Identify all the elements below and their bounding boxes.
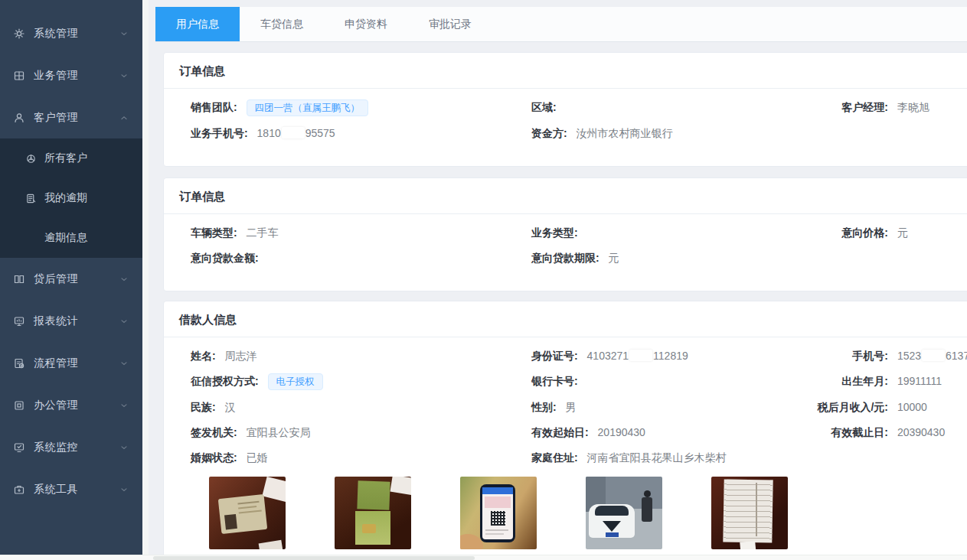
user-icon bbox=[13, 112, 25, 124]
sidebar-item-all-customers[interactable]: 所有客户 bbox=[0, 138, 142, 178]
field-bank-card: 银行卡号: bbox=[531, 369, 815, 395]
sidebar-item-system-tools[interactable]: 系统工具 bbox=[0, 468, 142, 510]
field-intended-price: 意向价格: 元 bbox=[815, 220, 967, 246]
field-account-manager: 客户经理: 李晓旭 bbox=[815, 95, 967, 121]
id-card-photo[interactable]: 个人照 bbox=[209, 477, 286, 555]
field-mobile: 手机号: 15236137 bbox=[815, 343, 967, 369]
field-credit-auth-method: 征信授权方式: 电子授权 bbox=[191, 369, 531, 395]
sidebar-item-label: 办公管理 bbox=[34, 399, 119, 412]
sidebar-item-customer-management[interactable]: 客户管理 bbox=[0, 96, 142, 138]
chevron-up-icon bbox=[119, 113, 129, 122]
card-title: 订单信息 bbox=[164, 53, 967, 89]
tab-loan-application-materials[interactable]: 申贷资料 bbox=[324, 7, 408, 41]
sidebar-item-office-management[interactable]: 办公管理 bbox=[0, 384, 142, 426]
field-vehicle-type: 车辆类型: 二手车 bbox=[191, 220, 531, 246]
chevron-down-icon bbox=[119, 275, 129, 284]
person-with-car-photo[interactable]: 人车合影 bbox=[586, 477, 662, 555]
card-title: 订单信息 bbox=[164, 178, 967, 214]
field-region: 区域: bbox=[531, 95, 815, 121]
sidebar-item-label: 逾期信息 bbox=[44, 231, 87, 245]
main-content: 用户信息 车贷信息 申贷资料 审批记录 订单信息 销售团队: 四团一营（直属王鹏… bbox=[149, 0, 967, 555]
sidebar: 系统管理 业务管理 客户管理 所有客户 我的逾期 逾期信息 bbox=[0, 0, 142, 555]
sidebar-item-overdue-info[interactable]: 逾期信息 bbox=[0, 218, 142, 258]
field-ethnicity: 民族: 汉 bbox=[191, 395, 531, 420]
field-valid-from: 有效起始日: 20190430 bbox=[531, 420, 815, 445]
redaction-blur bbox=[282, 127, 305, 138]
redaction-blur bbox=[629, 350, 652, 361]
sidebar-item-label: 贷后管理 bbox=[34, 272, 119, 286]
field-funding-party: 资金方: 汝州市农村商业银行 bbox=[531, 121, 815, 146]
sidebar-item-label: 客户管理 bbox=[34, 111, 119, 125]
sidebar-item-label: 系统管理 bbox=[34, 27, 119, 41]
borrower-info-card: 借款人信息 姓名: 周志洋 身份证号: 4103271112819 手机号: 1… bbox=[163, 301, 967, 555]
office-icon bbox=[13, 399, 25, 412]
credit-auth-tag[interactable]: 电子授权 bbox=[268, 373, 323, 390]
grid-icon bbox=[13, 70, 25, 82]
toolbox-icon bbox=[13, 483, 25, 496]
chevron-down-icon bbox=[119, 317, 129, 326]
field-intended-loan-term: 意向贷款期限: 元 bbox=[531, 246, 815, 271]
field-sales-team: 销售团队: 四团一营（直属王鹏飞） bbox=[191, 95, 531, 121]
paper-document-photo[interactable]: 其他材料 bbox=[711, 477, 788, 555]
field-birth-date: 出生年月: 19911111 bbox=[815, 369, 967, 395]
order-info-card: 订单信息 销售团队: 四团一营（直属王鹏飞） 区域: 客户经理: 李晓旭 业务手 bbox=[163, 52, 967, 167]
sidebar-item-report-statistics[interactable]: 报表统计 bbox=[0, 300, 142, 342]
sales-team-tag[interactable]: 四团一营（直属王鹏飞） bbox=[247, 99, 369, 116]
horizontal-scrollbar[interactable] bbox=[0, 555, 967, 560]
field-business-type: 业务类型: bbox=[531, 220, 815, 246]
field-id-number: 身份证号: 4103271112819 bbox=[531, 343, 815, 369]
sidebar-item-label: 报表统计 bbox=[34, 314, 119, 328]
chevron-down-icon bbox=[119, 485, 129, 494]
field-monthly-income: 税后月收入/元: 10000 bbox=[815, 395, 967, 420]
loan-intent-card: 订单信息 车辆类型: 二手车 业务类型: 意向价格: 元 意向贷款金额: bbox=[163, 177, 967, 291]
sidebar-item-system-monitoring[interactable]: 系统监控 bbox=[0, 426, 142, 468]
tab-user-info[interactable]: 用户信息 bbox=[155, 7, 240, 41]
tab-approval-records[interactable]: 审批记录 bbox=[408, 7, 492, 41]
horizontal-scrollbar-thumb[interactable] bbox=[153, 556, 475, 560]
report-icon bbox=[25, 193, 37, 204]
field-marital-status: 婚姻状态: 已婚 bbox=[191, 445, 531, 470]
sidebar-item-label: 所有客户 bbox=[44, 151, 87, 165]
sidebar-item-label: 流程管理 bbox=[34, 357, 119, 370]
chevron-down-icon bbox=[119, 359, 129, 368]
chevron-down-icon bbox=[119, 443, 129, 452]
tab-car-loan-info[interactable]: 车贷信息 bbox=[240, 7, 324, 41]
chevron-down-icon bbox=[119, 401, 129, 410]
sidebar-item-my-overdue[interactable]: 我的逾期 bbox=[0, 178, 142, 218]
sidebar-item-business-management[interactable]: 业务管理 bbox=[0, 54, 142, 96]
sidebar-item-label: 系统工具 bbox=[34, 483, 119, 497]
photo-thumbnails: 个人照 驾驶证照片 授权截图 bbox=[209, 477, 967, 555]
field-business-phone: 业务手机号: 181095575 bbox=[191, 121, 531, 146]
sidebar-item-process-management[interactable]: 流程管理 bbox=[0, 342, 142, 384]
tab-bar: 用户信息 车贷信息 申贷资料 审批记录 bbox=[155, 7, 967, 42]
redaction-blur bbox=[922, 350, 945, 361]
flow-icon bbox=[13, 357, 25, 370]
field-issuing-authority: 签发机关: 宜阳县公安局 bbox=[191, 420, 531, 445]
driver-license-photo[interactable]: 驾驶证照片 bbox=[335, 477, 411, 555]
sidebar-item-postloan-management[interactable]: 贷后管理 bbox=[0, 258, 142, 300]
gear-icon bbox=[13, 28, 25, 40]
field-gender: 性别: 男 bbox=[531, 395, 815, 420]
sidebar-item-system-management[interactable]: 系统管理 bbox=[0, 12, 142, 54]
monitor-icon bbox=[13, 315, 25, 327]
sidebar-item-label: 我的逾期 bbox=[44, 191, 87, 205]
field-intended-loan-amount: 意向贷款金额: bbox=[191, 246, 531, 271]
sidebar-item-label: 业务管理 bbox=[34, 69, 119, 83]
wheel-icon bbox=[25, 153, 37, 164]
phone-qr-screenshot-photo[interactable]: 授权截图 bbox=[460, 477, 537, 555]
card-title: 借款人信息 bbox=[164, 301, 967, 337]
field-home-address: 家庭住址: 河南省宜阳县花果山乡木柴村 bbox=[531, 445, 815, 470]
customer-management-submenu: 所有客户 我的逾期 逾期信息 bbox=[0, 138, 142, 258]
field-valid-to: 有效截止日: 20390430 bbox=[815, 420, 967, 445]
sidebar-item-label: 系统监控 bbox=[34, 441, 119, 454]
field-name: 姓名: 周志洋 bbox=[191, 343, 531, 369]
monitor-check-icon bbox=[13, 441, 25, 454]
vertical-scrollbar[interactable] bbox=[142, 0, 149, 555]
book-icon bbox=[13, 273, 25, 285]
chevron-down-icon bbox=[119, 71, 129, 80]
chevron-down-icon bbox=[119, 29, 129, 38]
